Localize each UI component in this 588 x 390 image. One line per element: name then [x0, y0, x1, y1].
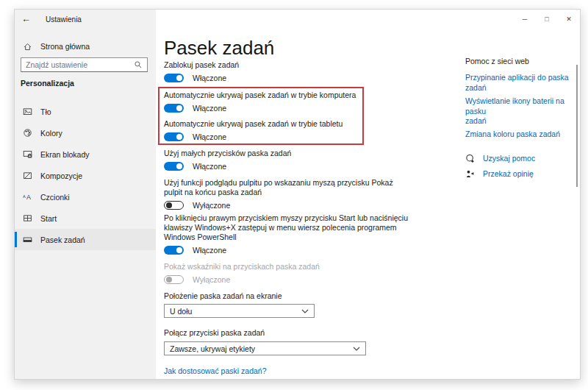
setting-polozenie-paska: Położenie paska zadań na ekranie U dołu [164, 291, 487, 318]
setting-label: Użyj funkcji podglądu pulpitu po wskazan… [164, 178, 487, 197]
toggle-state-label: Wyłączone [193, 275, 230, 284]
sidebar-item-home[interactable]: Strona główna [15, 38, 156, 55]
get-help-label: Uzyskaj pomoc [483, 154, 535, 163]
start-icon [23, 213, 32, 223]
sidebar-item-label: Pasek zadań [40, 235, 85, 244]
taskbar-location-dropdown[interactable]: U dołu [164, 304, 315, 318]
page-title: Pasek zadań [164, 38, 487, 58]
help-actions: Uzyskaj pomoc Przekaż opinię [465, 153, 583, 179]
minimize-button[interactable]: ─ [514, 10, 536, 29]
app-title: Ustawienia [46, 15, 82, 24]
search-icon[interactable] [134, 60, 143, 69]
setting-powershell: Po kliknięciu prawym przyciskiem myszy p… [164, 213, 487, 255]
toggle-zablokuj-pasek[interactable] [164, 74, 184, 82]
toggle-powershell[interactable] [164, 246, 184, 255]
toggle-state-label: Włączone [193, 162, 226, 171]
setting-podglad-pulpitu: Użyj funkcji podglądu pulpitu po wskazan… [164, 178, 487, 210]
toggle-state-label: Wyłączone [193, 201, 230, 210]
sidebar-item-ekran-blokady[interactable]: Ekran blokady [15, 143, 156, 165]
fonts-icon: A A [23, 192, 32, 202]
sidebar-item-czcionki[interactable]: A A Czcionki [15, 186, 156, 208]
maximize-button[interactable]: □ [536, 10, 558, 29]
settings-window: ← Ustawienia Strona główna Personalizacj… [14, 9, 581, 380]
dropdown-value: U dołu [170, 307, 301, 316]
chevron-down-icon [301, 309, 309, 313]
titlebar-left: ← Ustawienia [15, 10, 156, 30]
sidebar-item-tlo[interactable]: Tło [15, 101, 156, 122]
annotation-highlight-box: Automatycznie ukrywaj pasek zadań w tryb… [158, 87, 364, 145]
svg-text:A: A [26, 194, 31, 201]
close-button[interactable]: ✕ [558, 10, 580, 29]
dropdown-label: Połącz przyciski paska zadań [164, 328, 487, 338]
help-section-title: Pomoc z sieci web [465, 57, 583, 66]
sidebar-item-label: Kolory [40, 129, 62, 138]
setting-ukrywaj-tablet: Automatycznie ukrywaj pasek zadań w tryb… [164, 119, 356, 142]
sidebar-item-pasek-zadan[interactable]: Pasek zadań [15, 229, 156, 250]
chevron-down-icon [353, 347, 360, 351]
setting-wskazniki: Pokaż wskaźniki na przyciskach paska zad… [164, 262, 487, 285]
help-column: Pomoc z sieci web Przypinanie aplikacji … [465, 57, 583, 179]
help-link-taskbar-color[interactable]: Zmiana koloru paska zadań [465, 130, 583, 140]
sidebar-home-label: Strona główna [40, 42, 90, 51]
sidebar-item-label: Ekran blokady [40, 150, 90, 159]
scrollbar-thumb[interactable] [576, 65, 578, 187]
sidebar-item-label: Kompozycje [40, 171, 82, 180]
sidebar-item-kompozycje[interactable]: Kompozycje [15, 165, 156, 186]
toggle-ukrywaj-komputer[interactable] [164, 104, 184, 113]
svg-text:A: A [23, 194, 26, 199]
sidebar-item-start[interactable]: Start [15, 208, 156, 229]
back-button[interactable]: ← [21, 13, 31, 24]
themes-icon [23, 171, 32, 180]
toggle-state-label: Włączone [193, 132, 226, 141]
background-icon [23, 107, 32, 116]
dropdown-value: Zawsze, ukrywaj etykiety [170, 344, 353, 353]
toggle-state-label: Włączone [193, 246, 226, 255]
feedback-icon [465, 169, 475, 179]
setting-polacz-przyciski: Połącz przyciski paska zadań Zawsze, ukr… [164, 328, 487, 355]
sidebar-item-kolory[interactable]: Kolory [15, 122, 156, 143]
setting-zablokuj-pasek: Zablokuj pasek zadań Włączone [164, 60, 487, 83]
search-input[interactable] [21, 60, 134, 69]
get-help-icon [465, 154, 475, 163]
sidebar-item-label: Start [40, 214, 57, 223]
setting-label: Po kliknięciu prawym przyciskiem myszy p… [164, 213, 487, 242]
lock-screen-icon [23, 149, 32, 159]
toggle-ukrywaj-tablet[interactable] [164, 132, 184, 141]
toggle-male-przyciski[interactable] [164, 162, 184, 171]
setting-label: Użyj małych przycisków paska zadań [164, 149, 487, 158]
sidebar-section-title: Personalizacja [21, 79, 74, 88]
setting-label: Automatycznie ukrywaj pasek zadań w tryb… [164, 91, 356, 100]
taskbar-icon [23, 235, 32, 244]
feedback-label: Przekaż opinię [483, 169, 534, 178]
help-link-pin-apps[interactable]: Przypinanie aplikacji do paska zadań [465, 73, 583, 93]
toggle-podglad-pulpitu[interactable] [164, 201, 184, 210]
setting-male-przyciski: Użyj małych przycisków paska zadań Włącz… [164, 149, 487, 171]
home-icon [23, 42, 32, 52]
get-help-action[interactable]: Uzyskaj pomoc [465, 153, 583, 163]
settings-main-column: Pasek zadań Zablokuj pasek zadań Włączon… [164, 30, 487, 377]
sidebar-item-label: Tło [40, 107, 51, 116]
setting-label: Zablokuj pasek zadań [164, 60, 487, 70]
combine-buttons-dropdown[interactable]: Zawsze, ukrywaj etykiety [164, 341, 366, 355]
dropdown-label: Położenie paska zadań na ekranie [164, 291, 487, 301]
help-link-battery-icon[interactable]: Wyświetlanie ikony baterii na pasku zada… [465, 96, 583, 127]
search-box [21, 57, 148, 72]
toggle-wskazniki [164, 275, 184, 284]
setting-ukrywaj-komputer: Automatycznie ukrywaj pasek zadań w tryb… [164, 91, 356, 113]
sidebar-item-label: Czcionki [40, 193, 70, 202]
sidebar-nav: Tło Kolory Ekran blokady [15, 101, 156, 250]
customize-taskbars-link[interactable]: Jak dostosować paski zadań? [164, 366, 267, 375]
feedback-action[interactable]: Przekaż opinię [465, 169, 583, 179]
window-controls: ─ □ ✕ [514, 10, 580, 29]
toggle-state-label: Włączone [193, 104, 226, 113]
content-area: ─ □ ✕ Pasek zadań Zablokuj pasek zadań W… [156, 10, 580, 379]
setting-label: Automatycznie ukrywaj pasek zadań w tryb… [164, 119, 356, 129]
colors-icon [23, 128, 32, 138]
setting-label: Pokaż wskaźniki na przyciskach paska zad… [164, 262, 487, 272]
sidebar: ← Ustawienia Strona główna Personalizacj… [15, 10, 156, 379]
toggle-state-label: Włączone [193, 74, 226, 82]
